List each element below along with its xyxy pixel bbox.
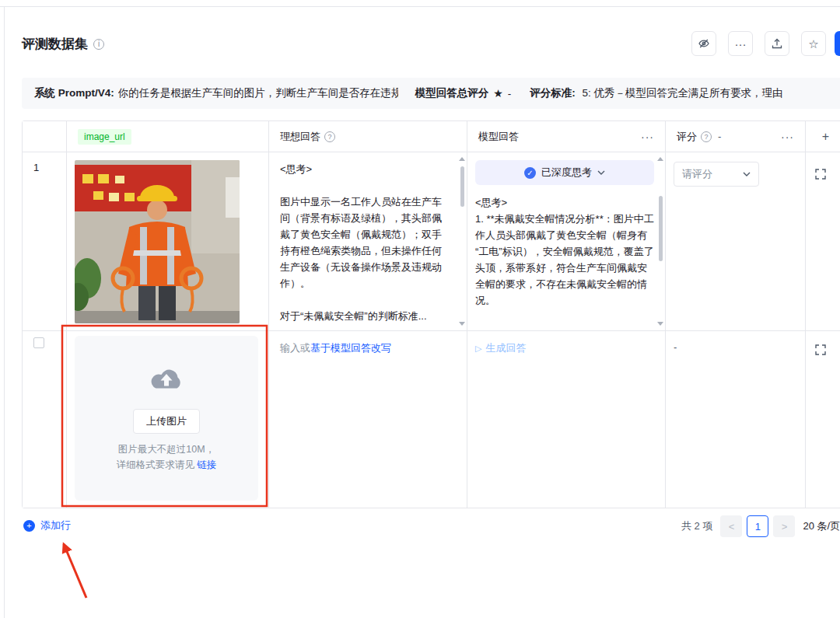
expand-row-button[interactable]: [814, 344, 828, 358]
play-icon: ▷: [475, 344, 481, 354]
upload-image-button[interactable]: 上传图片: [133, 409, 200, 434]
prompt-label: 系统 Prompt/V4:: [34, 86, 114, 100]
plus-icon: +: [23, 520, 35, 532]
hide-columns-button[interactable]: [691, 31, 716, 56]
star-icon: ☆: [808, 38, 818, 50]
model-answer-label: 模型回答: [478, 130, 519, 144]
total-score-value: -: [508, 88, 512, 100]
more-actions-button[interactable]: ···: [728, 31, 753, 56]
page-header: 评测数据集 i: [22, 35, 104, 53]
pagination: 共 2 项 < 1 > 20 条/页: [681, 515, 840, 537]
upload-icon: [771, 37, 783, 50]
page: 评测数据集 i ··· ☆ 系统 Prompt/V4: 你的任务是根据生产车间的…: [0, 0, 840, 618]
total-count: 共 2 项: [681, 519, 712, 533]
model-paragraph: <思考>: [475, 194, 654, 211]
table-grid: image_url 理想回答 ? 模型回答 ··· 评分 ? - ··· +: [23, 121, 840, 508]
score-header-group: 评分 ? -: [677, 130, 721, 144]
score-select-placeholder: 请评分: [682, 167, 712, 181]
left-divider: [4, 7, 5, 618]
export-button[interactable]: [765, 31, 789, 56]
format-requirements-link[interactable]: 链接: [197, 459, 216, 470]
header-ideal-answer: 理想回答 ?: [269, 121, 467, 152]
header-index-cell: [23, 121, 67, 152]
upload-hint-line1: 图片最大不超过10M，: [117, 442, 216, 457]
more-icon: ···: [735, 38, 747, 50]
row-checkbox[interactable]: [33, 337, 44, 348]
score-select[interactable]: 请评分: [674, 162, 759, 187]
total-score-group: 模型回答总评分 ★ -: [415, 86, 512, 100]
row2-image-cell: 上传图片 图片最大不超过10M， 详细格式要求请见 链接: [67, 331, 269, 508]
placeholder-text: 输入或: [280, 342, 310, 354]
row2-index-cell: [23, 331, 67, 508]
upload-hint: 图片最大不超过10M， 详细格式要求请见 链接: [117, 442, 216, 473]
ideal-answer-text: <思考> 图片中显示一名工作人员站在生产车间（背景有标语及绿植），其头部佩戴了黄…: [269, 152, 467, 324]
row1-image-cell: [67, 152, 269, 331]
scroll-up-arrow[interactable]: [657, 157, 663, 161]
criteria-text: 5: 优秀－模型回答完全满足所有要求，理由: [583, 87, 783, 99]
upload-hint-text: 详细格式要求请见: [117, 459, 194, 470]
cloud-upload-icon: [149, 365, 184, 392]
chevron-down-icon: [743, 172, 751, 176]
expand-row-button[interactable]: [814, 168, 828, 182]
question-icon[interactable]: ?: [324, 131, 335, 142]
annotation-arrow: [64, 544, 86, 598]
criteria-label: 评分标准:: [530, 87, 576, 99]
ideal-paragraph: 图片中显示一名工作人员站在生产车间（背景有标语及绿植），其头部佩戴了黄色安全帽（…: [280, 194, 450, 292]
page-title: 评测数据集: [22, 35, 88, 53]
page-1-button[interactable]: 1: [747, 515, 768, 537]
page-size-select[interactable]: 20 条/页: [803, 519, 840, 533]
image-upload-dropzone[interactable]: 上传图片 图片最大不超过10M， 详细格式要求请见 链接: [75, 336, 258, 501]
ideal-answer-label: 理想回答: [280, 130, 320, 144]
row1-index-cell: 1: [23, 152, 67, 331]
favorite-button[interactable]: ☆: [801, 31, 826, 56]
header-model-answer: 模型回答 ···: [467, 121, 666, 152]
row2-model-cell: ▷ 生成回答: [467, 331, 666, 508]
ideal-paragraph: 对于“未佩戴安全帽”的判断标准...: [280, 308, 450, 324]
scroll-up-arrow[interactable]: [459, 157, 465, 161]
score-question-icon[interactable]: ?: [701, 131, 712, 142]
expand-icon: [814, 344, 827, 356]
header-image-url: image_url: [67, 121, 269, 152]
rewrite-from-model-link[interactable]: 基于模型回答改写: [310, 342, 391, 354]
row2-expand-cell: [806, 331, 840, 508]
expand-icon: [814, 168, 827, 180]
worker-photo[interactable]: [75, 160, 240, 323]
ideal-paragraph: <思考>: [280, 161, 450, 177]
generate-answer-label: 生成回答: [485, 341, 526, 355]
row1-expand-cell: [806, 152, 840, 331]
row1-score-cell: 请评分: [666, 152, 806, 331]
prev-page-button[interactable]: <: [720, 515, 742, 537]
add-column-button[interactable]: +: [822, 130, 829, 144]
scroll-down-arrow[interactable]: [657, 322, 663, 326]
score-column-more-button[interactable]: ···: [781, 131, 794, 143]
scroll-down-arrow[interactable]: [459, 322, 465, 326]
row2-score-cell: -: [666, 331, 806, 508]
model-column-more-button[interactable]: ···: [641, 131, 654, 143]
row2-ideal-cell[interactable]: 输入或基于模型回答改写: [269, 331, 467, 508]
dataset-table: image_url 理想回答 ? 模型回答 ··· 评分 ? - ··· +: [22, 120, 840, 508]
eye-off-icon: [698, 37, 710, 50]
scrollbar-thumb[interactable]: [460, 166, 464, 207]
criteria-group: 评分标准: 5: 优秀－模型回答完全满足所有要求，理由: [530, 86, 834, 100]
check-circle-icon: ✓: [524, 167, 536, 179]
top-divider: [0, 6, 840, 7]
prompt-text: 你的任务是根据生产车间的图片，判断生产车间是否存在违规操...: [118, 86, 398, 100]
row1-ideal-cell[interactable]: <思考> 图片中显示一名工作人员站在生产车间（背景有标语及绿植），其头部佩戴了黄…: [269, 152, 467, 331]
scrollbar-thumb[interactable]: [659, 196, 663, 261]
add-row-button[interactable]: + 添加行: [23, 518, 71, 532]
info-icon[interactable]: i: [93, 39, 104, 50]
deep-think-toggle[interactable]: ✓ 已深度思考: [475, 160, 654, 185]
header-add-column: +: [806, 121, 840, 152]
primary-button-partial[interactable]: [835, 31, 840, 56]
star-filled-icon: ★: [493, 87, 503, 100]
deep-think-label: 已深度思考: [541, 166, 592, 180]
system-prompt-banner: 系统 Prompt/V4: 你的任务是根据生产车间的图片，判断生产车间是否存在违…: [22, 78, 840, 109]
upload-hint-line2: 详细格式要求请见 链接: [117, 457, 216, 473]
row-index: 1: [33, 162, 39, 173]
image-url-tag: image_url: [78, 129, 131, 145]
chevron-down-icon: [597, 170, 605, 175]
generate-answer-button[interactable]: ▷ 生成回答: [475, 341, 526, 355]
header-score: 评分 ? - ···: [666, 121, 806, 152]
score-label: 评分: [677, 130, 697, 144]
next-page-button[interactable]: >: [773, 515, 795, 537]
